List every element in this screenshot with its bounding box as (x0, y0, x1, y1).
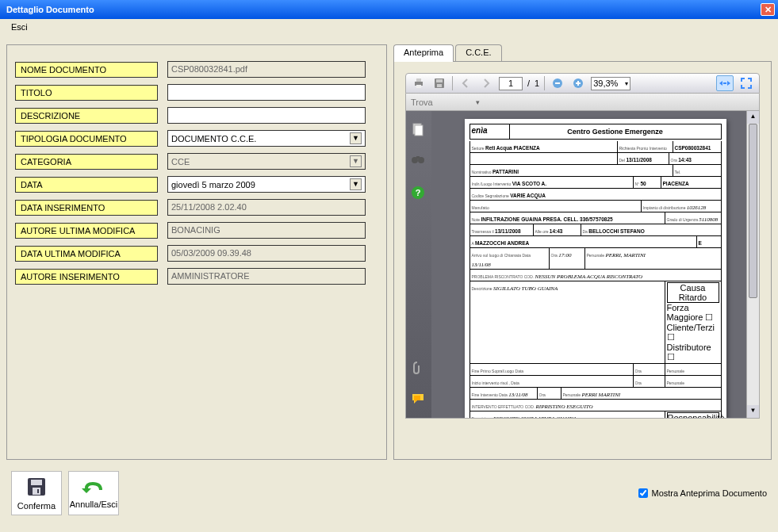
titlebar: Dettaglio Documento ✕ (0, 0, 778, 19)
input-data-inserimento: 25/11/2008 2.02.40 (167, 199, 366, 216)
bottom-bar: Conferma Annulla/Esci Mostra Anteprima D… (0, 466, 778, 520)
preview-panel: Anteprima C.C.E. / (393, 44, 772, 460)
tabs: Anteprima C.C.E. (393, 44, 772, 62)
mostra-anteprima-label: Mostra Anteprima Documento (651, 488, 767, 498)
zoom-select[interactable]: 39,3% ▾ (591, 77, 630, 90)
save-button[interactable] (431, 75, 447, 91)
svg-rect-5 (437, 84, 442, 87)
doc-logo: enìa (470, 124, 510, 139)
form-panel: NOME DOCUMENTO CSP080032841.pdf TITOLO D… (6, 44, 387, 460)
input-data-ultima-modifica: 05/03/2009 09.39.48 (167, 245, 366, 262)
page-input[interactable] (499, 77, 523, 90)
menu-esci[interactable]: Esci (6, 21, 33, 33)
select-tipologia[interactable]: DOCUMENTO C.C.E. ▼ (167, 130, 366, 147)
comment-icon[interactable] (411, 392, 427, 407)
conferma-button[interactable]: Conferma (11, 471, 62, 515)
fit-width-button[interactable] (716, 75, 734, 91)
doc-title: Centro Gestione Emergenze (510, 124, 721, 139)
svg-rect-20 (31, 480, 42, 485)
toolbar-separator (452, 76, 453, 90)
input-nome-documento: CSP080032841.pdf (167, 61, 366, 78)
conferma-label: Conferma (17, 501, 56, 511)
chevron-down-icon: ▼ (350, 132, 362, 144)
scroll-up-button[interactable]: ▲ (747, 111, 759, 124)
select-categoria-value: CCE (171, 157, 190, 166)
label-categoria: CATEGORIA (15, 154, 158, 170)
document-page: enìa Centro Gestione Emergenze Settore R… (465, 119, 726, 418)
label-descrizione: DESCRIZIONE (15, 108, 158, 124)
svg-text:?: ? (416, 188, 421, 197)
zoom-value: 39,3% (593, 78, 618, 88)
attachment-icon[interactable] (411, 361, 427, 375)
label-titolo: TITOLO (15, 85, 158, 101)
print-button[interactable] (411, 75, 427, 91)
select-tipologia-value: DOCUMENTO C.C.E. (171, 134, 256, 144)
close-button[interactable]: ✕ (761, 3, 775, 16)
pdf-body: ? enìa Centro Gestione Eme (405, 111, 760, 419)
pdf-viewport[interactable]: enìa Centro Gestione Emergenze Settore R… (431, 111, 759, 418)
prev-page-button[interactable] (458, 75, 473, 91)
datepicker-data[interactable]: giovedì 5 marzo 2009 ▼ (167, 176, 366, 193)
label-tipologia: TIPOLOGIA DOCUMENTO (15, 131, 158, 147)
input-autore-ultima-modifica: BONACINIG (167, 222, 366, 239)
binoculars-icon[interactable] (411, 154, 427, 168)
save-icon (25, 476, 48, 498)
pdf-sidebar: ? (406, 111, 431, 418)
menubar: Esci (0, 19, 778, 38)
pdf-toolbar: / 1 39,3% ▾ (405, 73, 760, 94)
scroll-down-button[interactable]: ▼ (747, 405, 759, 418)
tab-cce[interactable]: C.C.E. (455, 44, 501, 62)
help-icon[interactable]: ? (411, 186, 427, 200)
label-autore-ultima-modifica: AUTORE ULTIMA MODIFICA (15, 223, 158, 239)
zoom-out-button[interactable] (550, 75, 565, 91)
label-data-ultima-modifica: DATA ULTIMA MODIFICA (15, 246, 158, 262)
toolbar-separator (544, 76, 545, 90)
fit-page-button[interactable] (738, 75, 754, 91)
undo-icon (82, 477, 105, 496)
input-autore-inserimento: AMMINISTRATORE (167, 268, 366, 285)
datepicker-value: giovedì 5 marzo 2009 (171, 180, 255, 189)
svg-rect-1 (416, 78, 421, 82)
svg-rect-10 (577, 81, 579, 86)
label-nome-documento: NOME DOCUMENTO (15, 62, 158, 78)
label-data-inserimento: DATA INSERIMENTO (15, 200, 158, 216)
preview-container: / 1 39,3% ▾ (393, 61, 772, 460)
svg-rect-11 (723, 82, 726, 84)
mostra-anteprima-input[interactable] (638, 488, 648, 498)
page-sep: / (527, 78, 530, 88)
input-titolo[interactable] (167, 84, 366, 101)
mostra-anteprima-checkbox[interactable]: Mostra Anteprima Documento (638, 488, 767, 498)
tab-anteprima[interactable]: Anteprima (393, 44, 454, 62)
zoom-in-button[interactable] (570, 75, 586, 91)
label-data: DATA (15, 177, 158, 193)
chevron-down-icon: ▼ (350, 155, 362, 167)
svg-rect-16 (416, 156, 420, 159)
pdf-scrollbar[interactable]: ▲ ▼ (746, 111, 759, 418)
scroll-thumb[interactable] (749, 124, 757, 298)
svg-rect-22 (37, 489, 39, 493)
select-categoria: CCE ▼ (167, 153, 366, 170)
find-bar: ▾ (405, 94, 760, 111)
window-title: Dettaglio Documento (3, 5, 94, 14)
svg-rect-13 (415, 125, 423, 136)
input-descrizione[interactable] (167, 107, 366, 124)
label-autore-inserimento: AUTORE INSERIMENTO (15, 269, 158, 285)
svg-rect-2 (416, 85, 421, 88)
next-page-button[interactable] (478, 75, 494, 91)
annulla-button[interactable]: Annulla/Esci (68, 471, 119, 515)
find-input[interactable] (409, 96, 473, 109)
svg-rect-4 (436, 79, 443, 82)
svg-rect-7 (555, 82, 560, 84)
svg-rect-21 (33, 488, 40, 495)
annulla-label: Annulla/Esci (70, 499, 118, 509)
total-pages: 1 (535, 78, 539, 88)
pages-icon[interactable] (411, 122, 427, 136)
chevron-down-icon: ▼ (350, 178, 362, 190)
find-dropdown[interactable]: ▾ (473, 98, 482, 106)
chevron-down-icon: ▾ (625, 80, 628, 87)
